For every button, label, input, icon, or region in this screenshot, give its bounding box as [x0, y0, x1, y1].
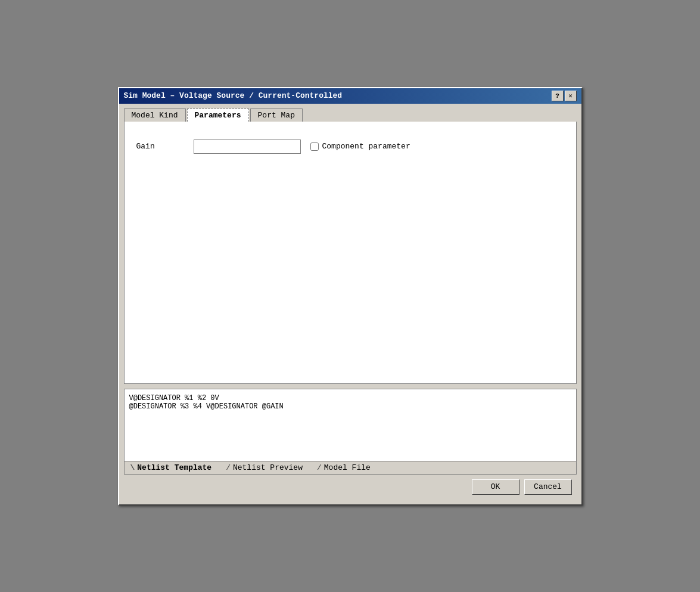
netlist-content: V@DESIGNATOR %1 %2 0V @DESIGNATOR %3 %4 … [125, 389, 576, 461]
main-panel: Gain Component parameter [124, 122, 577, 384]
bottom-tab-netlist-template[interactable]: Netlist Template [125, 461, 220, 474]
dialog-window: Sim Model – Voltage Source / Current-Con… [118, 87, 583, 506]
netlist-line1: V@DESIGNATOR %1 %2 0V [129, 394, 571, 402]
gain-row: Gain Component parameter [136, 140, 564, 154]
bottom-tab-netlist-preview[interactable]: Netlist Preview [220, 461, 311, 474]
title-bar: Sim Model – Voltage Source / Current-Con… [119, 88, 581, 104]
bottom-panel: V@DESIGNATOR %1 %2 0V @DESIGNATOR %3 %4 … [124, 389, 577, 475]
dialog-footer: OK Cancel [124, 475, 577, 500]
ok-button[interactable]: OK [472, 479, 519, 495]
gain-label: Gain [136, 142, 184, 151]
gain-input[interactable] [194, 140, 301, 154]
tab-model-kind[interactable]: Model Kind [124, 109, 186, 122]
help-button[interactable]: ? [552, 91, 564, 101]
title-bar-buttons: ? ✕ [552, 91, 577, 101]
component-parameter-label: Component parameter [322, 142, 410, 151]
component-parameter-checkbox[interactable] [310, 142, 319, 151]
component-parameter-group: Component parameter [310, 142, 410, 151]
tab-parameters[interactable]: Parameters [187, 109, 249, 122]
window-title: Sim Model – Voltage Source / Current-Con… [124, 91, 552, 100]
tab-bar: Model Kind Parameters Port Map [124, 109, 577, 122]
bottom-tab-bar: Netlist Template Netlist Preview Model F… [125, 461, 576, 474]
tab-port-map[interactable]: Port Map [250, 109, 303, 122]
cancel-button[interactable]: Cancel [524, 479, 572, 495]
close-button[interactable]: ✕ [565, 91, 577, 101]
netlist-line2: @DESIGNATOR %3 %4 V@DESIGNATOR @GAIN [129, 402, 571, 411]
dialog-body: Model Kind Parameters Port Map Gain Comp… [119, 104, 581, 504]
bottom-tab-model-file[interactable]: Model File [311, 461, 379, 474]
